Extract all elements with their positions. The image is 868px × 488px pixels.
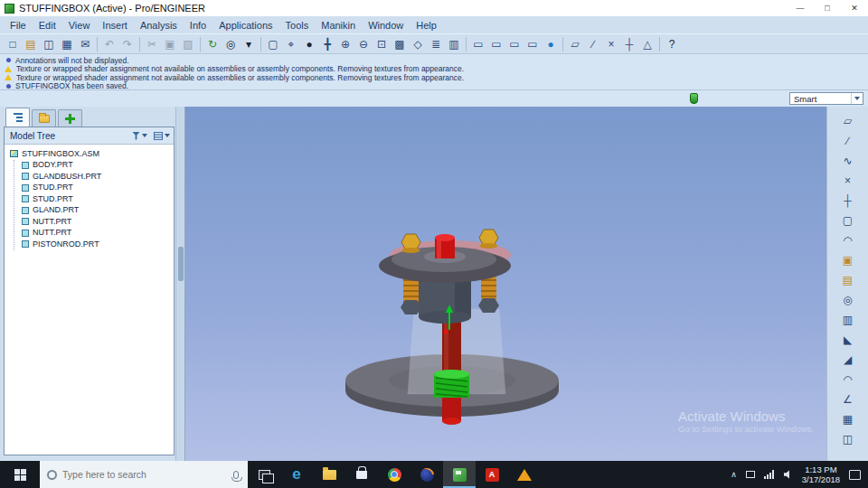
regenerate-icon[interactable]: ↻ <box>203 35 222 52</box>
pick-target-icon[interactable]: ⌖ <box>282 35 300 52</box>
tree-show-button[interactable] <box>132 132 147 140</box>
proe-taskbar-button[interactable] <box>443 461 476 488</box>
spin-center-icon[interactable]: ╋ <box>318 35 336 52</box>
hole-icon[interactable]: ◎ <box>838 290 858 309</box>
refit-icon[interactable]: ⊡ <box>373 35 391 52</box>
shaded-view-icon[interactable]: ● <box>300 35 318 52</box>
tree-node[interactable]: STUD.PRT <box>22 183 174 194</box>
close-button[interactable]: ✕ <box>841 0 868 16</box>
menu-insert[interactable]: Insert <box>96 18 134 33</box>
print-icon[interactable]: ▦ <box>58 35 76 52</box>
tab-favorites[interactable] <box>58 109 82 127</box>
network-icon[interactable] <box>764 470 775 479</box>
splitter-handle[interactable] <box>178 247 184 281</box>
tree-node[interactable]: GLANDBUSH.PRT <box>22 171 174 183</box>
gland-part[interactable] <box>434 370 469 398</box>
edge-taskbar-button[interactable]: e <box>280 461 313 488</box>
cad-app-button[interactable] <box>508 461 541 488</box>
open-folder-icon[interactable]: ▤ <box>22 35 40 52</box>
shell-icon[interactable]: ▥ <box>838 310 858 329</box>
search-input[interactable] <box>62 469 228 480</box>
user-icon[interactable]: ● <box>542 35 560 52</box>
zoom-in-icon[interactable]: ⊕ <box>336 35 354 52</box>
store-button[interactable] <box>345 461 378 488</box>
datum-plane-toggle-icon[interactable]: ▱ <box>566 35 584 52</box>
menu-info[interactable]: Info <box>184 18 212 33</box>
filter-caret-icon[interactable]: ▾ <box>240 35 258 52</box>
help-pointer-icon[interactable]: ? <box>663 35 681 52</box>
sketch-icon[interactable]: ∿ <box>838 151 858 170</box>
3d-model[interactable] <box>185 107 826 461</box>
annotation-toggle-icon[interactable]: △ <box>638 35 656 52</box>
orientation-icon[interactable]: ◇ <box>409 35 427 52</box>
menu-view[interactable]: View <box>62 18 97 33</box>
draft-icon[interactable]: ◢ <box>838 350 858 369</box>
chrome-button[interactable] <box>378 461 410 488</box>
menu-manikin[interactable]: Manikin <box>315 18 362 33</box>
nutt-left-part[interactable] <box>401 234 420 253</box>
mirror-icon[interactable]: ◫ <box>838 429 858 448</box>
rib-icon[interactable]: ◣ <box>838 330 858 349</box>
tree-node[interactable]: STUD.PRT <box>22 193 174 205</box>
action-center-icon[interactable] <box>849 470 861 480</box>
datum-axis-icon[interactable]: ∕ <box>838 131 858 150</box>
tree-node[interactable]: NUTT.PRT <box>22 228 174 239</box>
tree-node[interactable]: BODY.PRT <box>22 160 174 172</box>
acrobat-button[interactable]: A <box>476 461 508 488</box>
panel-splitter[interactable] <box>175 107 185 461</box>
surface-icon[interactable]: ◠ <box>838 230 858 249</box>
activate-window-icon[interactable]: ▭ <box>524 35 542 52</box>
assemble-component-icon[interactable]: ▣ <box>838 250 858 269</box>
menu-edit[interactable]: Edit <box>33 18 62 33</box>
tree-node[interactable]: PISTONROD.PRT <box>22 239 174 250</box>
maximize-button[interactable]: □ <box>814 0 841 16</box>
menu-help[interactable]: Help <box>410 18 443 33</box>
datum-plane-icon[interactable]: ▱ <box>838 111 858 130</box>
tab-folder-browser[interactable] <box>32 109 56 127</box>
chamfer-icon[interactable]: ∠ <box>838 389 858 408</box>
tree-node-root[interactable]: STUFFINGBOX.ASM <box>10 148 174 160</box>
tree-settings-button[interactable] <box>154 132 170 140</box>
tray-chevron-icon[interactable]: ∧ <box>731 470 737 479</box>
file-explorer-button[interactable] <box>313 461 345 488</box>
task-view-button[interactable] <box>248 461 280 488</box>
copy-icon[interactable]: ▣ <box>161 35 179 52</box>
coordinate-system-icon[interactable]: ┼ <box>838 191 858 210</box>
layers-icon[interactable]: ≣ <box>427 35 445 52</box>
tile-window-icon[interactable]: ▭ <box>505 35 524 52</box>
minimize-button[interactable]: — <box>787 0 814 16</box>
redo-icon[interactable]: ↷ <box>118 35 137 52</box>
graphics-viewport[interactable]: Activate Windows Go to Settings to activ… <box>185 107 826 461</box>
select-box-icon[interactable]: ▢ <box>264 35 282 52</box>
view-manager-icon[interactable]: ▥ <box>445 35 463 52</box>
create-component-icon[interactable]: ▤ <box>838 270 858 289</box>
datum-point-toggle-icon[interactable]: × <box>602 35 620 52</box>
new-window-icon[interactable]: ▭ <box>469 35 487 52</box>
zoom-out-icon[interactable]: ⊖ <box>354 35 373 52</box>
selection-filter-select[interactable]: Smart <box>789 92 863 105</box>
paste-icon[interactable]: ▧ <box>179 35 197 52</box>
close-window-icon[interactable]: ▭ <box>487 35 505 52</box>
menu-file[interactable]: File <box>4 18 33 33</box>
start-button[interactable] <box>0 461 40 488</box>
csys-toggle-icon[interactable]: ┼ <box>620 35 638 52</box>
new-file-icon[interactable]: □ <box>4 35 22 52</box>
microphone-icon[interactable] <box>233 471 239 479</box>
find-icon[interactable]: ◎ <box>222 35 240 52</box>
tree-node[interactable]: GLAND.PRT <box>22 205 174 217</box>
note-icon[interactable]: ▢ <box>838 211 858 230</box>
menu-applications[interactable]: Applications <box>212 18 278 33</box>
pistonrod-top-part[interactable] <box>435 234 455 258</box>
mail-icon[interactable]: ✉ <box>76 35 94 52</box>
taskbar-clock[interactable]: 1:13 PM 3/17/2018 <box>802 465 840 485</box>
nutt-right-part[interactable] <box>479 230 498 249</box>
undo-icon[interactable]: ↶ <box>100 35 118 52</box>
tree-node[interactable]: NUTT.PRT <box>22 216 174 228</box>
menu-tools[interactable]: Tools <box>279 18 316 33</box>
repaint-icon[interactable]: ▩ <box>391 35 409 52</box>
tray-app-icon[interactable] <box>746 471 755 478</box>
datum-point-icon[interactable]: × <box>838 171 858 190</box>
cut-icon[interactable]: ✂ <box>143 35 161 52</box>
volume-icon[interactable] <box>784 470 793 479</box>
taskbar-search[interactable] <box>40 461 248 488</box>
